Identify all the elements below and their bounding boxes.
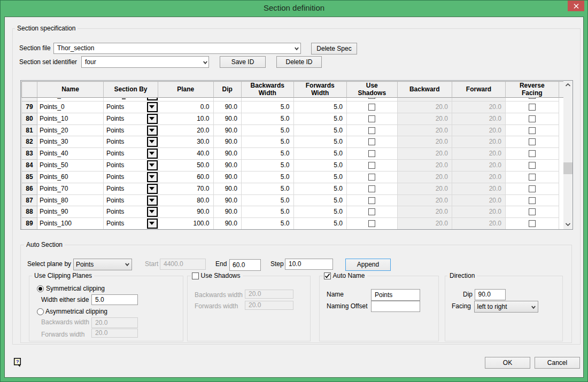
svg-text:?: ? <box>16 358 19 364</box>
